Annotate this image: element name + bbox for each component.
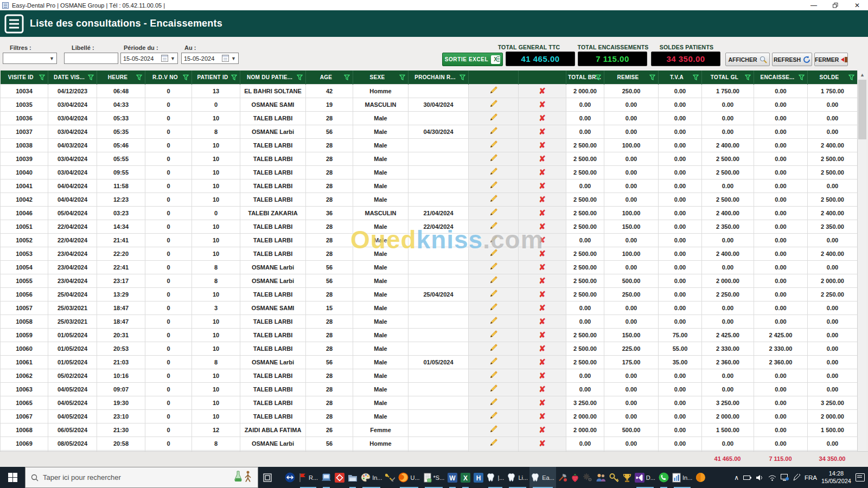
pen-icon[interactable] — [793, 474, 800, 481]
word-icon[interactable]: W — [446, 467, 459, 488]
column-header-5[interactable]: NOM DU PATIE... — [240, 70, 306, 84]
delete-row-icon[interactable]: ✘ — [539, 357, 546, 367]
edit-row-icon[interactable] — [489, 303, 498, 311]
strawberry-icon[interactable] — [569, 467, 581, 488]
delete-row-icon[interactable]: ✘ — [539, 168, 546, 177]
delete-row-icon[interactable]: ✘ — [539, 276, 546, 285]
delete-row-icon[interactable]: ✘ — [539, 290, 546, 299]
notepad-icon[interactable]: *S... — [422, 467, 446, 488]
edit-row-icon[interactable] — [489, 100, 498, 108]
filter-icon[interactable] — [745, 74, 751, 80]
filter-icon[interactable] — [799, 74, 805, 80]
edit-row-icon[interactable] — [489, 276, 498, 284]
filter-icon[interactable] — [459, 74, 465, 80]
delete-row-icon[interactable]: ✘ — [539, 425, 546, 434]
fermer-button[interactable]: FERMER — [814, 53, 848, 66]
delete-row-icon[interactable]: ✘ — [539, 262, 546, 272]
column-header-4[interactable]: PATIENT ID — [192, 70, 240, 84]
delete-row-icon[interactable]: ✘ — [539, 140, 546, 150]
delete-row-icon[interactable]: ✘ — [539, 412, 546, 421]
column-header-12[interactable]: REMISE — [604, 70, 659, 84]
people-icon[interactable] — [594, 467, 608, 488]
filter-icon[interactable] — [399, 74, 405, 80]
flag-icon[interactable]: R... — [297, 467, 320, 488]
column-header-7[interactable]: SEXE — [353, 70, 409, 84]
filter-icon[interactable] — [136, 74, 142, 80]
delete-row-icon[interactable]: ✘ — [539, 113, 546, 123]
task-view-button[interactable] — [258, 467, 277, 488]
volume-icon[interactable] — [756, 474, 764, 481]
column-header-14[interactable]: TOTAL GL — [702, 70, 754, 84]
column-header-2[interactable]: HEURE — [97, 70, 145, 84]
edit-row-icon[interactable] — [489, 208, 498, 216]
firefox-icon[interactable]: U... — [397, 467, 421, 488]
delete-row-icon[interactable]: ✘ — [539, 384, 546, 394]
taskbar-search[interactable]: Taper ici pour rechercher — [25, 467, 258, 488]
delete-row-icon[interactable]: ✘ — [539, 398, 546, 407]
edit-row-icon[interactable] — [489, 290, 498, 298]
notification-center-icon[interactable] — [856, 473, 865, 481]
edit-row-icon[interactable] — [489, 439, 498, 447]
delete-row-icon[interactable]: ✘ — [539, 439, 546, 448]
filter-icon[interactable] — [848, 74, 854, 80]
delete-row-icon[interactable]: ✘ — [539, 330, 546, 339]
filtres-select[interactable]: ▼ — [3, 53, 57, 64]
files-icon[interactable] — [346, 467, 359, 488]
delete-row-icon[interactable]: ✘ — [539, 317, 546, 326]
html-icon[interactable]: H — [472, 467, 485, 488]
delete-row-icon[interactable]: ✘ — [539, 100, 546, 109]
filter-icon[interactable] — [39, 74, 45, 80]
orange-ball-icon[interactable] — [694, 467, 707, 488]
column-header-16[interactable]: SOLDE — [808, 70, 858, 84]
edit-row-icon[interactable] — [489, 412, 498, 420]
filter-icon[interactable] — [183, 74, 189, 80]
column-header-6[interactable]: AGE — [306, 70, 353, 84]
battery-icon[interactable] — [743, 474, 752, 481]
excel-app-icon[interactable]: X — [459, 467, 472, 488]
edit-row-icon[interactable] — [489, 86, 498, 94]
delete-row-icon[interactable]: ✘ — [539, 371, 546, 380]
edit-row-icon[interactable] — [489, 168, 498, 176]
edit-row-icon[interactable] — [489, 330, 498, 338]
tooth-app1-icon[interactable]: |... — [485, 467, 506, 488]
gears-icon[interactable] — [581, 467, 594, 488]
palette-icon[interactable]: In... — [359, 467, 384, 488]
tooth-app2-icon[interactable]: Li... — [506, 467, 529, 488]
edit-row-icon[interactable] — [489, 113, 498, 121]
edit-row-icon[interactable] — [489, 357, 498, 365]
filter-icon[interactable] — [88, 74, 94, 80]
column-header-3[interactable]: R.D.V NO — [145, 70, 192, 84]
column-header-0[interactable]: VISITE ID — [1, 70, 48, 84]
scroll-up-icon[interactable]: ▲ — [858, 70, 867, 79]
edit-row-icon[interactable] — [489, 317, 498, 325]
filter-icon[interactable] — [344, 74, 350, 80]
filter-icon[interactable] — [297, 74, 303, 80]
whatsapp-icon[interactable] — [657, 467, 671, 488]
refresh-button[interactable]: REFRESH — [772, 53, 812, 66]
edit-row-icon[interactable] — [489, 127, 498, 135]
filter-icon[interactable] — [649, 74, 655, 80]
restore-button[interactable] — [825, 0, 846, 10]
column-header-15[interactable]: ENCAISSE... — [754, 70, 808, 84]
edit-row-icon[interactable] — [489, 371, 498, 379]
libelle-input[interactable] — [64, 53, 118, 64]
network-icon[interactable] — [781, 474, 789, 481]
edit-row-icon[interactable] — [489, 262, 498, 271]
edit-row-icon[interactable] — [489, 384, 498, 393]
wifi-icon[interactable] — [768, 474, 776, 481]
tooth-app3-icon[interactable]: Ea... — [529, 467, 556, 488]
tools-icon[interactable] — [384, 467, 397, 488]
column-header-8[interactable]: PROCHAIN R... — [409, 70, 469, 84]
diamond-icon[interactable] — [333, 467, 346, 488]
edit-row-icon[interactable] — [489, 344, 498, 352]
laptop-icon[interactable] — [320, 467, 333, 488]
minimize-button[interactable]: — — [803, 0, 825, 10]
edit-row-icon[interactable] — [489, 425, 498, 433]
visualstudio-icon[interactable]: D... — [633, 467, 657, 488]
delete-row-icon[interactable]: ✘ — [539, 195, 546, 204]
column-header-9[interactable] — [469, 70, 519, 84]
hammer-icon[interactable] — [556, 467, 569, 488]
chart-icon[interactable]: In... — [671, 467, 694, 488]
teamviewer-icon[interactable] — [283, 467, 297, 488]
sortie-excel-button[interactable]: SORTIE EXCELX — [442, 53, 503, 66]
